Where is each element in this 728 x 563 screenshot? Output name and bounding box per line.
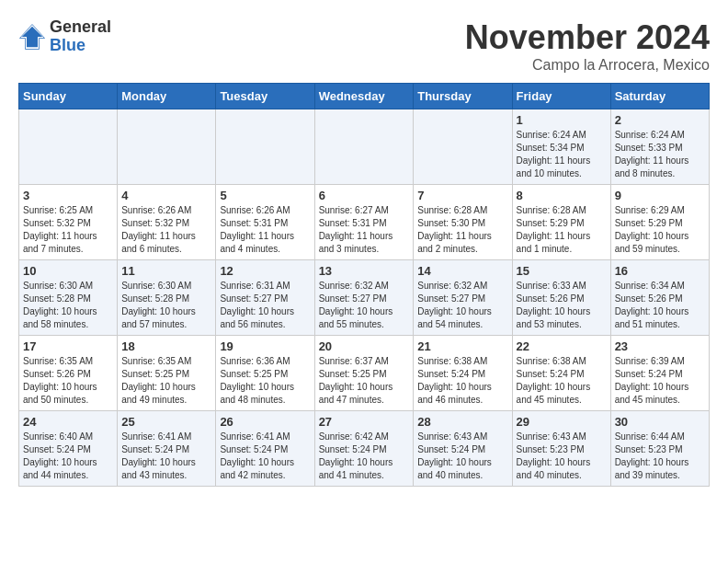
day-number: 5 xyxy=(220,189,310,202)
calendar-cell: 17Sunrise: 6:35 AMSunset: 5:26 PMDayligh… xyxy=(19,336,118,411)
calendar-cell xyxy=(118,109,216,185)
day-info: Sunrise: 6:28 AMSunset: 5:29 PMDaylight:… xyxy=(517,204,607,256)
calendar-body: 1Sunrise: 6:24 AMSunset: 5:34 PMDaylight… xyxy=(19,109,710,487)
day-info: Sunrise: 6:41 AMSunset: 5:24 PMDaylight:… xyxy=(121,431,211,482)
day-info: Sunrise: 6:42 AMSunset: 5:24 PMDaylight:… xyxy=(319,431,410,482)
day-info: Sunrise: 6:37 AMSunset: 5:25 PMDaylight:… xyxy=(319,355,410,407)
day-number: 8 xyxy=(517,189,607,202)
title-area: November 2024 Campo la Arrocera, Mexico xyxy=(465,18,710,74)
day-info: Sunrise: 6:43 AMSunset: 5:23 PMDaylight:… xyxy=(517,431,607,482)
day-number: 13 xyxy=(319,264,410,278)
day-number: 19 xyxy=(220,339,310,353)
day-info: Sunrise: 6:35 AMSunset: 5:25 PMDaylight:… xyxy=(121,355,211,407)
day-info: Sunrise: 6:28 AMSunset: 5:30 PMDaylight:… xyxy=(417,204,507,256)
calendar-cell: 21Sunrise: 6:38 AMSunset: 5:24 PMDayligh… xyxy=(414,336,512,411)
day-number: 14 xyxy=(417,264,507,278)
day-number: 24 xyxy=(23,415,113,429)
day-number: 18 xyxy=(121,339,211,353)
day-number: 30 xyxy=(615,415,705,429)
weekday-header: Monday xyxy=(118,84,216,109)
calendar-cell: 29Sunrise: 6:43 AMSunset: 5:23 PMDayligh… xyxy=(512,411,610,487)
calendar-week-row: 3Sunrise: 6:25 AMSunset: 5:32 PMDaylight… xyxy=(19,185,710,260)
day-info: Sunrise: 6:33 AMSunset: 5:26 PMDaylight:… xyxy=(517,280,607,331)
month-title: November 2024 xyxy=(465,18,710,57)
calendar-header: SundayMondayTuesdayWednesdayThursdayFrid… xyxy=(19,84,710,109)
calendar-cell: 5Sunrise: 6:26 AMSunset: 5:31 PMDaylight… xyxy=(216,185,314,260)
day-info: Sunrise: 6:40 AMSunset: 5:24 PMDaylight:… xyxy=(23,431,113,482)
calendar-cell: 22Sunrise: 6:38 AMSunset: 5:24 PMDayligh… xyxy=(512,336,610,411)
day-info: Sunrise: 6:38 AMSunset: 5:24 PMDaylight:… xyxy=(417,355,507,407)
weekday-header: Wednesday xyxy=(314,84,414,109)
calendar-cell: 27Sunrise: 6:42 AMSunset: 5:24 PMDayligh… xyxy=(314,411,414,487)
calendar-cell xyxy=(19,109,118,185)
day-number: 25 xyxy=(121,415,211,429)
calendar-cell: 9Sunrise: 6:29 AMSunset: 5:29 PMDaylight… xyxy=(610,185,709,260)
day-info: Sunrise: 6:24 AMSunset: 5:33 PMDaylight:… xyxy=(615,129,705,180)
day-info: Sunrise: 6:39 AMSunset: 5:24 PMDaylight:… xyxy=(615,355,705,407)
calendar-cell: 15Sunrise: 6:33 AMSunset: 5:26 PMDayligh… xyxy=(512,260,610,336)
day-info: Sunrise: 6:41 AMSunset: 5:24 PMDaylight:… xyxy=(220,431,310,482)
day-info: Sunrise: 6:34 AMSunset: 5:26 PMDaylight:… xyxy=(615,280,705,331)
calendar-cell: 14Sunrise: 6:32 AMSunset: 5:27 PMDayligh… xyxy=(414,260,512,336)
day-number: 29 xyxy=(517,415,607,429)
day-number: 2 xyxy=(615,113,705,127)
day-number: 6 xyxy=(319,189,410,202)
logo-icon xyxy=(18,23,46,51)
day-info: Sunrise: 6:38 AMSunset: 5:24 PMDaylight:… xyxy=(517,355,607,407)
calendar-cell: 30Sunrise: 6:44 AMSunset: 5:23 PMDayligh… xyxy=(610,411,709,487)
calendar-week-row: 17Sunrise: 6:35 AMSunset: 5:26 PMDayligh… xyxy=(19,336,710,411)
weekday-header: Thursday xyxy=(414,84,512,109)
calendar-cell: 28Sunrise: 6:43 AMSunset: 5:24 PMDayligh… xyxy=(414,411,512,487)
day-number: 22 xyxy=(517,339,607,353)
logo-text: General Blue xyxy=(50,18,111,55)
day-info: Sunrise: 6:26 AMSunset: 5:32 PMDaylight:… xyxy=(121,204,211,256)
calendar-cell xyxy=(414,109,512,185)
day-number: 4 xyxy=(121,189,211,202)
day-info: Sunrise: 6:24 AMSunset: 5:34 PMDaylight:… xyxy=(517,129,607,180)
calendar: SundayMondayTuesdayWednesdayThursdayFrid… xyxy=(18,83,710,487)
day-number: 23 xyxy=(615,339,705,353)
calendar-week-row: 24Sunrise: 6:40 AMSunset: 5:24 PMDayligh… xyxy=(19,411,710,487)
day-info: Sunrise: 6:32 AMSunset: 5:27 PMDaylight:… xyxy=(417,280,507,331)
calendar-cell: 2Sunrise: 6:24 AMSunset: 5:33 PMDaylight… xyxy=(610,109,709,185)
calendar-cell xyxy=(216,109,314,185)
day-number: 26 xyxy=(220,415,310,429)
day-number: 27 xyxy=(319,415,410,429)
day-info: Sunrise: 6:43 AMSunset: 5:24 PMDaylight:… xyxy=(417,431,507,482)
calendar-cell xyxy=(314,109,414,185)
day-number: 21 xyxy=(417,339,507,353)
calendar-cell: 20Sunrise: 6:37 AMSunset: 5:25 PMDayligh… xyxy=(314,336,414,411)
calendar-cell: 10Sunrise: 6:30 AMSunset: 5:28 PMDayligh… xyxy=(19,260,118,336)
day-number: 9 xyxy=(615,189,705,202)
weekday-header: Tuesday xyxy=(216,84,314,109)
day-info: Sunrise: 6:30 AMSunset: 5:28 PMDaylight:… xyxy=(23,280,113,331)
calendar-cell: 26Sunrise: 6:41 AMSunset: 5:24 PMDayligh… xyxy=(216,411,314,487)
calendar-cell: 13Sunrise: 6:32 AMSunset: 5:27 PMDayligh… xyxy=(314,260,414,336)
day-info: Sunrise: 6:30 AMSunset: 5:28 PMDaylight:… xyxy=(121,280,211,331)
calendar-cell: 25Sunrise: 6:41 AMSunset: 5:24 PMDayligh… xyxy=(118,411,216,487)
day-number: 1 xyxy=(517,113,607,127)
header: General Blue November 2024 Campo la Arro… xyxy=(18,18,710,74)
calendar-cell: 18Sunrise: 6:35 AMSunset: 5:25 PMDayligh… xyxy=(118,336,216,411)
calendar-cell: 12Sunrise: 6:31 AMSunset: 5:27 PMDayligh… xyxy=(216,260,314,336)
day-number: 20 xyxy=(319,339,410,353)
calendar-cell: 23Sunrise: 6:39 AMSunset: 5:24 PMDayligh… xyxy=(610,336,709,411)
day-info: Sunrise: 6:35 AMSunset: 5:26 PMDaylight:… xyxy=(23,355,113,407)
calendar-cell: 7Sunrise: 6:28 AMSunset: 5:30 PMDaylight… xyxy=(414,185,512,260)
day-number: 11 xyxy=(121,264,211,278)
weekday-header-row: SundayMondayTuesdayWednesdayThursdayFrid… xyxy=(19,84,710,109)
calendar-cell: 8Sunrise: 6:28 AMSunset: 5:29 PMDaylight… xyxy=(512,185,610,260)
day-info: Sunrise: 6:27 AMSunset: 5:31 PMDaylight:… xyxy=(319,204,410,256)
calendar-week-row: 1Sunrise: 6:24 AMSunset: 5:34 PMDaylight… xyxy=(19,109,710,185)
calendar-cell: 24Sunrise: 6:40 AMSunset: 5:24 PMDayligh… xyxy=(19,411,118,487)
day-info: Sunrise: 6:29 AMSunset: 5:29 PMDaylight:… xyxy=(615,204,705,256)
weekday-header: Saturday xyxy=(610,84,709,109)
day-info: Sunrise: 6:26 AMSunset: 5:31 PMDaylight:… xyxy=(220,204,310,256)
logo: General Blue xyxy=(18,18,111,55)
calendar-cell: 11Sunrise: 6:30 AMSunset: 5:28 PMDayligh… xyxy=(118,260,216,336)
day-number: 12 xyxy=(220,264,310,278)
location: Campo la Arrocera, Mexico xyxy=(465,57,710,74)
calendar-cell: 3Sunrise: 6:25 AMSunset: 5:32 PMDaylight… xyxy=(19,185,118,260)
calendar-cell: 6Sunrise: 6:27 AMSunset: 5:31 PMDaylight… xyxy=(314,185,414,260)
day-info: Sunrise: 6:44 AMSunset: 5:23 PMDaylight:… xyxy=(615,431,705,482)
